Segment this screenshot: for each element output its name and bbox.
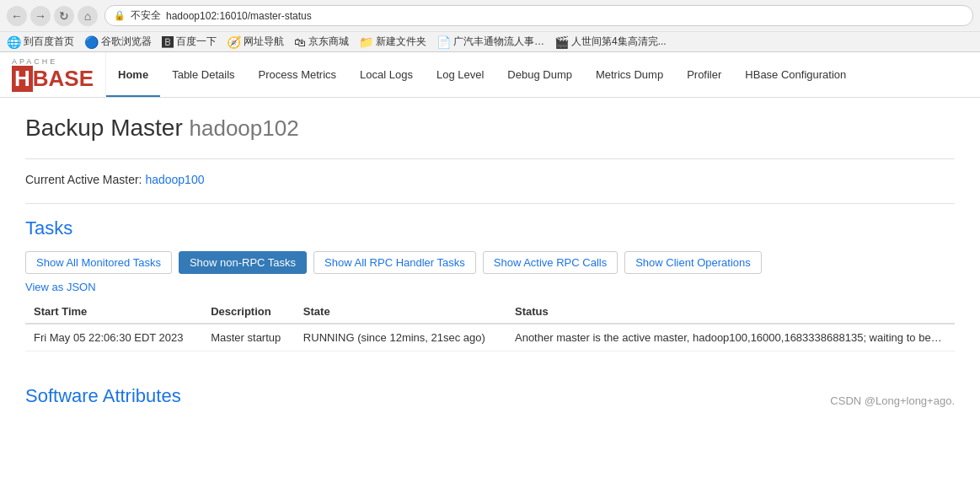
- table-cell-status: Another master is the active master, had…: [506, 324, 955, 351]
- forward-button[interactable]: →: [30, 6, 51, 26]
- reload-button[interactable]: ↻: [54, 6, 74, 26]
- table-row: Fri May 05 22:06:30 EDT 2023Master start…: [25, 324, 955, 351]
- task-btn-show-active-rpc-calls[interactable]: Show Active RPC Calls: [483, 251, 618, 274]
- base-logo: BASE: [33, 66, 94, 92]
- task-btn-show-all-monitored-tasks[interactable]: Show All Monitored Tasks: [25, 251, 172, 274]
- current-master-info: Current Active Master: hadoop100: [25, 173, 955, 186]
- software-title: Software Attributes: [25, 385, 955, 407]
- software-section: Software Attributes CSDN @Long+long+ago.: [0, 368, 980, 424]
- tasks-section: Tasks Show All Monitored TasksShow non-R…: [25, 217, 955, 351]
- nav-item-profiler[interactable]: Profiler: [675, 52, 733, 97]
- task-btn-show-non-rpc-tasks[interactable]: Show non-RPC Tasks: [179, 251, 307, 274]
- page-content: Backup Master hadoop102 Current Active M…: [0, 98, 980, 368]
- app-header: APACHE H BASE HomeTable DetailsProcess M…: [0, 52, 980, 98]
- table-cell-description: Master startup: [202, 324, 295, 351]
- bookmark-item[interactable]: 🅱百度一下: [162, 35, 217, 49]
- apache-label: APACHE: [12, 57, 94, 66]
- security-label: 不安全: [131, 8, 161, 23]
- col-header-state: State: [295, 300, 506, 324]
- nav-item-hbase-configuration[interactable]: HBase Configuration: [733, 52, 858, 97]
- table-cell-state: RUNNING (since 12mins, 21sec ago): [295, 324, 506, 351]
- nav-item-local-logs[interactable]: Local Logs: [348, 52, 425, 97]
- bookmark-item[interactable]: 📁新建文件夹: [359, 35, 426, 49]
- nav-item-metrics-dump[interactable]: Metrics Dump: [584, 52, 675, 97]
- app-logo: APACHE H BASE: [0, 52, 106, 97]
- table-header-row: Start TimeDescriptionStateStatus: [25, 300, 955, 324]
- home-button[interactable]: ⌂: [78, 6, 98, 26]
- back-button[interactable]: ←: [7, 6, 27, 26]
- nav-item-table-details[interactable]: Table Details: [160, 52, 246, 97]
- current-master-label: Current Active Master:: [25, 173, 142, 186]
- url-display: hadoop102:16010/master-status: [166, 10, 312, 22]
- main-nav: HomeTable DetailsProcess MetricsLocal Lo…: [106, 52, 858, 97]
- tasks-table: Start TimeDescriptionStateStatus Fri May…: [25, 300, 955, 351]
- h-logo: H: [12, 66, 33, 92]
- col-header-status: Status: [506, 300, 955, 324]
- page-title: Backup Master hadoop102: [25, 115, 955, 142]
- task-btn-show-all-rpc-handler-tasks[interactable]: Show All RPC Handler Tasks: [313, 251, 476, 274]
- hostname-value: hadoop102: [190, 115, 299, 141]
- tasks-title: Tasks: [25, 217, 955, 239]
- watermark: CSDN @Long+long+ago.: [830, 394, 955, 407]
- page-title-text: Backup Master: [25, 115, 183, 141]
- task-button-group: Show All Monitored TasksShow non-RPC Tas…: [25, 251, 955, 274]
- col-header-start-time: Start Time: [25, 300, 202, 324]
- col-header-description: Description: [202, 300, 295, 324]
- table-body: Fri May 05 22:06:30 EDT 2023Master start…: [25, 324, 955, 351]
- nav-item-debug-dump[interactable]: Debug Dump: [495, 52, 584, 97]
- bookmark-item[interactable]: 📄广汽丰通物流人事…: [436, 35, 544, 49]
- address-bar[interactable]: 🔒 不安全 hadoop102:16010/master-status: [104, 5, 973, 26]
- nav-item-process-metrics[interactable]: Process Metrics: [247, 52, 348, 97]
- bookmark-item[interactable]: 🧭网址导航: [227, 35, 284, 49]
- task-btn-show-client-operations[interactable]: Show Client Operations: [624, 251, 762, 274]
- nav-item-log-level[interactable]: Log Level: [425, 52, 495, 97]
- table-cell-start-time: Fri May 05 22:06:30 EDT 2023: [25, 324, 202, 351]
- hbase-brand: H BASE: [12, 66, 94, 92]
- bookmark-item[interactable]: 🔵谷歌浏览器: [84, 35, 152, 49]
- active-master-link[interactable]: hadoop100: [145, 173, 204, 186]
- bookmarks-bar: 🌐到百度首页🔵谷歌浏览器🅱百度一下🧭网址导航🛍京东商城📁新建文件夹📄广汽丰通物流…: [0, 31, 980, 51]
- divider-2: [25, 203, 955, 204]
- divider-1: [25, 158, 955, 159]
- bookmark-item[interactable]: 🌐到百度首页: [7, 35, 74, 49]
- bookmark-item[interactable]: 🎬人世间第4集高清完...: [554, 35, 667, 49]
- view-json-link[interactable]: View as JSON: [25, 281, 96, 293]
- bookmark-item[interactable]: 🛍京东商城: [294, 35, 349, 49]
- security-icon: 🔒: [114, 10, 126, 21]
- nav-item-home[interactable]: Home: [106, 52, 160, 97]
